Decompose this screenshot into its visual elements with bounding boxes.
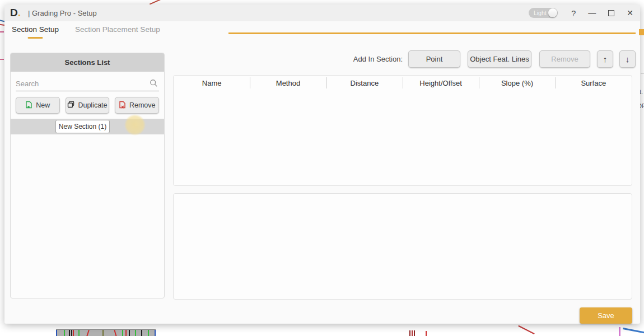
column-header-slope: Slope (%) bbox=[479, 79, 555, 87]
column-header-name: Name bbox=[174, 79, 250, 87]
background-cad-line bbox=[623, 328, 644, 333]
ruler-tick bbox=[78, 330, 80, 336]
tab-label: Section Setup bbox=[12, 25, 59, 34]
theme-toggle[interactable]: Light bbox=[529, 8, 558, 18]
move-down-button[interactable]: ↓ bbox=[619, 50, 636, 68]
table-header-row: Name Method Distance Height/Offset Slope… bbox=[174, 76, 632, 91]
ruler-tick bbox=[141, 330, 142, 336]
button-label: New bbox=[36, 101, 50, 109]
window-title: | Grading Pro - Setup bbox=[28, 9, 97, 17]
ruler-tick bbox=[73, 330, 74, 336]
background-cad-line bbox=[409, 330, 410, 336]
search-icon bbox=[150, 79, 158, 90]
ruler-tick bbox=[129, 330, 130, 336]
ruler-tick bbox=[64, 330, 65, 336]
sections-actions: New Duplicate Remove bbox=[16, 97, 159, 114]
tab-section-setup[interactable]: Section Setup bbox=[10, 22, 61, 39]
section-rows-table: Name Method Distance Height/Offset Slope… bbox=[173, 75, 632, 186]
add-in-section-toolbar: Add In Section: Point Object Feat. Lines… bbox=[172, 50, 636, 68]
move-up-button[interactable]: ↑ bbox=[597, 50, 613, 68]
save-button[interactable]: Save bbox=[580, 307, 632, 324]
titlebar[interactable]: D. | Grading Pro - Setup Light ? — ✕ bbox=[4, 4, 640, 21]
remove-file-icon bbox=[119, 101, 126, 110]
ruler-tick bbox=[56, 330, 57, 336]
button-label: Duplicate bbox=[78, 101, 107, 109]
search-input[interactable] bbox=[16, 80, 159, 88]
maximize-button[interactable] bbox=[608, 10, 614, 16]
ruler-tick bbox=[86, 330, 90, 336]
duplicate-section-button[interactable]: Duplicate bbox=[66, 97, 110, 114]
remove-row-button[interactable]: Remove bbox=[539, 50, 590, 68]
toggle-knob-icon bbox=[548, 8, 557, 17]
tab-label: Section Placement Setup bbox=[75, 25, 160, 34]
background-cad-line bbox=[0, 31, 4, 32]
help-button[interactable]: ? bbox=[571, 8, 576, 18]
background-cad-line bbox=[518, 325, 534, 334]
background-cad-line bbox=[0, 24, 4, 26]
ruler-tick bbox=[122, 330, 123, 336]
tab-bar: Section Setup Section Placement Setup bbox=[10, 21, 162, 40]
ruler-tick bbox=[69, 330, 70, 336]
accent-divider-line bbox=[228, 32, 636, 34]
close-button[interactable]: ✕ bbox=[627, 8, 633, 17]
minimize-button[interactable]: — bbox=[588, 9, 596, 17]
column-header-surface: Surface bbox=[556, 79, 632, 87]
add-point-button[interactable]: Point bbox=[408, 50, 460, 68]
active-tab-underline bbox=[28, 37, 43, 39]
add-object-feat-lines-button[interactable]: Object Feat. Lines bbox=[468, 50, 531, 68]
ruler-tick bbox=[114, 330, 116, 336]
background-cad-line bbox=[426, 331, 427, 336]
ruler-tick bbox=[135, 330, 136, 336]
duplicate-icon bbox=[67, 101, 74, 110]
remove-section-button[interactable]: Remove bbox=[115, 97, 159, 114]
section-preview-panel bbox=[173, 193, 632, 300]
background-cad-line bbox=[0, 59, 4, 60]
sections-list-header: Sections List bbox=[11, 53, 164, 72]
add-in-section-label: Add In Section: bbox=[353, 55, 403, 63]
new-file-icon bbox=[25, 101, 32, 110]
section-list-row-selected[interactable]: New Section (1) bbox=[11, 119, 164, 134]
background-cad-block bbox=[639, 29, 644, 35]
new-section-button[interactable]: New bbox=[16, 97, 60, 114]
ruler-tick bbox=[148, 330, 149, 336]
app-logo: D. bbox=[10, 7, 21, 19]
grading-pro-setup-dialog: D. | Grading Pro - Setup Light ? — ✕ Sec… bbox=[4, 4, 640, 324]
column-header-height-offset: Height/Offset bbox=[403, 79, 479, 87]
column-header-distance: Distance bbox=[326, 79, 403, 87]
search-field-wrap bbox=[16, 76, 159, 91]
background-profile-strip bbox=[56, 329, 156, 336]
ruler-tick bbox=[102, 330, 104, 336]
background-cad-line bbox=[619, 327, 620, 336]
background-cad-line bbox=[412, 330, 413, 336]
ruler-tick bbox=[125, 330, 127, 336]
column-header-method: Method bbox=[250, 79, 326, 87]
ruler-tick bbox=[155, 330, 156, 336]
background-cad-line bbox=[414, 330, 415, 336]
ruler-tick bbox=[71, 330, 72, 336]
list-item-new-section[interactable]: New Section (1) bbox=[55, 120, 110, 133]
theme-toggle-label: Light bbox=[529, 10, 547, 16]
background-cad-line bbox=[641, 73, 644, 73]
logo-dot-icon: . bbox=[18, 7, 21, 18]
button-label: Remove bbox=[129, 101, 156, 109]
sections-list-panel: Sections List New Duplicate bbox=[10, 53, 165, 298]
tab-section-placement-setup[interactable]: Section Placement Setup bbox=[73, 22, 162, 39]
